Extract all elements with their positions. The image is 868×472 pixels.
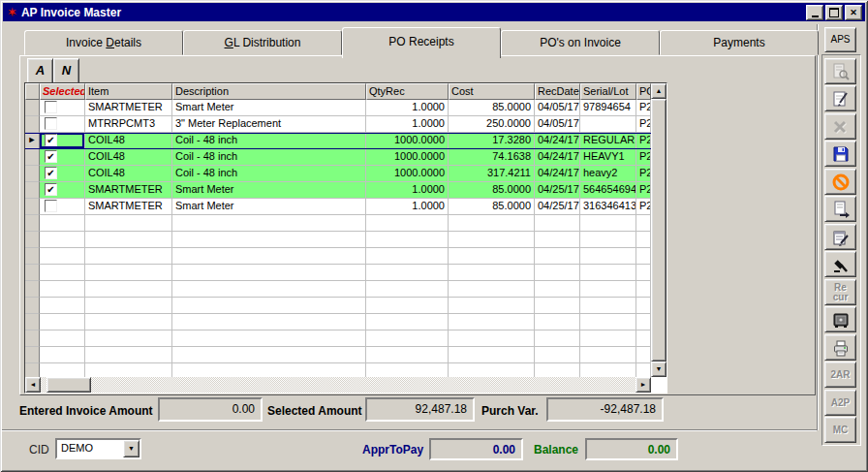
cell-selected[interactable]: ✔ xyxy=(40,166,85,182)
cell-item[interactable]: COIL48 xyxy=(85,166,172,182)
cell-item[interactable] xyxy=(85,232,172,248)
cell-serial_lot[interactable] xyxy=(580,281,636,298)
cell-item[interactable]: MTRRPCMT3 xyxy=(85,116,172,133)
cell-po[interactable] xyxy=(636,265,651,281)
cell-cost[interactable] xyxy=(449,248,535,265)
column-header-item[interactable]: Item xyxy=(85,83,172,100)
cell-selected[interactable] xyxy=(40,116,85,133)
cell-qty_rec[interactable]: 1000.0000 xyxy=(366,133,449,149)
cell-qty_rec[interactable]: 1.0000 xyxy=(366,100,449,116)
cell-description[interactable] xyxy=(172,215,366,232)
cell-selected[interactable] xyxy=(40,281,85,298)
save-button[interactable] xyxy=(824,141,856,167)
cell-po[interactable] xyxy=(636,215,651,232)
cell-qty_rec[interactable] xyxy=(366,248,449,265)
cell-description[interactable] xyxy=(172,298,366,314)
cell-serial_lot[interactable] xyxy=(580,265,636,281)
column-header-qty_rec[interactable]: QtyRec xyxy=(366,83,449,100)
cell-description[interactable] xyxy=(172,363,366,377)
cancel-button[interactable] xyxy=(824,169,856,195)
cell-selected[interactable] xyxy=(40,330,85,347)
tab-po-receipts[interactable]: PO Receipts xyxy=(342,27,501,58)
vertical-scroll-thumb[interactable] xyxy=(651,99,666,362)
cell-rec_date[interactable] xyxy=(535,232,580,248)
cell-description[interactable] xyxy=(172,232,366,248)
cell-qty_rec[interactable]: 1000.0000 xyxy=(366,166,449,182)
cell-serial_lot[interactable] xyxy=(580,363,636,377)
cell-serial_lot[interactable] xyxy=(580,314,636,330)
cell-rec_date[interactable]: 04/24/17 xyxy=(535,166,580,182)
cell-selected[interactable] xyxy=(40,215,85,232)
safe-button[interactable] xyxy=(824,306,856,332)
column-header-indicator[interactable] xyxy=(25,83,40,100)
cell-description[interactable] xyxy=(172,281,366,298)
cell-serial_lot[interactable] xyxy=(580,330,636,347)
cell-serial_lot[interactable]: heavy2 xyxy=(580,166,636,182)
post-document-button[interactable] xyxy=(824,196,856,222)
cell-selected[interactable] xyxy=(40,363,85,377)
cell-selected[interactable] xyxy=(40,347,85,363)
cell-item[interactable] xyxy=(85,298,172,314)
cell-qty_rec[interactable] xyxy=(366,330,449,347)
cell-po[interactable]: P22 xyxy=(636,182,651,199)
row-checkbox[interactable] xyxy=(45,200,57,212)
ar-to-ap-button[interactable]: A2P xyxy=(824,390,856,416)
scroll-right-button[interactable]: ► xyxy=(636,377,651,393)
cell-selected[interactable] xyxy=(40,232,85,248)
cell-qty_rec[interactable]: 1.0000 xyxy=(366,116,449,133)
scroll-left-button[interactable]: ◄ xyxy=(25,377,41,393)
cell-item[interactable]: SMARTMETER xyxy=(85,182,172,199)
cell-item[interactable] xyxy=(85,314,172,330)
cell-qty_rec[interactable] xyxy=(366,314,449,330)
search-document-button[interactable] xyxy=(824,58,856,84)
cell-selected[interactable] xyxy=(40,265,85,281)
cell-rec_date[interactable] xyxy=(535,265,580,281)
cell-description[interactable] xyxy=(172,330,366,347)
cell-po[interactable] xyxy=(636,330,651,347)
print-button[interactable] xyxy=(824,334,856,361)
cell-cost[interactable] xyxy=(449,363,535,377)
tab-gl-distribution[interactable]: GL Distribution xyxy=(183,30,342,55)
cell-description[interactable]: Coil - 48 inch xyxy=(172,149,366,166)
tab-invoice-details[interactable]: Invoice Details xyxy=(24,30,183,55)
cell-cost[interactable]: 17.3280 xyxy=(449,133,535,149)
column-header-po[interactable]: PO# xyxy=(636,83,651,100)
cell-qty_rec[interactable] xyxy=(366,232,449,248)
cell-description[interactable] xyxy=(172,314,366,330)
horizontal-scroll-thumb[interactable] xyxy=(46,377,91,393)
cell-po[interactable]: P22 xyxy=(636,116,651,133)
cell-rec_date[interactable] xyxy=(535,347,580,363)
maximize-button[interactable] xyxy=(825,5,843,20)
to-ar-button[interactable]: 2AR xyxy=(824,362,856,388)
column-header-serial_lot[interactable]: Serial/Lot xyxy=(580,83,636,100)
mc-button[interactable]: MC xyxy=(824,417,856,443)
cell-cost[interactable]: 85.0000 xyxy=(449,100,535,116)
cell-rec_date[interactable]: 04/24/17 xyxy=(535,149,580,166)
cell-item[interactable] xyxy=(85,265,172,281)
row-checkbox[interactable]: ✔ xyxy=(45,183,57,196)
cell-serial_lot[interactable] xyxy=(580,215,636,232)
cell-description[interactable]: Smart Meter xyxy=(172,100,366,116)
tab-po-s-on-invoice[interactable]: PO's on Invoice xyxy=(501,30,660,55)
cell-qty_rec[interactable] xyxy=(366,281,449,298)
cell-qty_rec[interactable] xyxy=(366,265,449,281)
row-checkbox[interactable] xyxy=(45,101,57,113)
vertical-scrollbar[interactable]: ▲ ▼ xyxy=(651,83,666,377)
cell-serial_lot[interactable] xyxy=(580,248,636,265)
row-checkbox[interactable] xyxy=(45,117,57,130)
cell-qty_rec[interactable]: 1.0000 xyxy=(366,199,449,215)
cell-rec_date[interactable]: 04/05/17 xyxy=(535,100,580,116)
cell-cost[interactable]: 317.4211 xyxy=(449,166,535,182)
cell-cost[interactable] xyxy=(449,232,535,248)
gavel-button[interactable] xyxy=(824,251,856,277)
cell-rec_date[interactable] xyxy=(535,363,580,377)
cell-rec_date[interactable]: 04/25/17 xyxy=(535,199,580,215)
cell-item[interactable] xyxy=(85,347,172,363)
cell-rec_date[interactable] xyxy=(535,314,580,330)
close-button[interactable]: ✕ xyxy=(845,5,862,20)
cell-selected[interactable] xyxy=(40,100,85,116)
cell-po[interactable]: P22 xyxy=(636,100,651,116)
row-checkbox[interactable]: ✔ xyxy=(45,167,57,179)
cell-po[interactable] xyxy=(636,363,651,377)
cell-serial_lot[interactable] xyxy=(580,116,636,133)
